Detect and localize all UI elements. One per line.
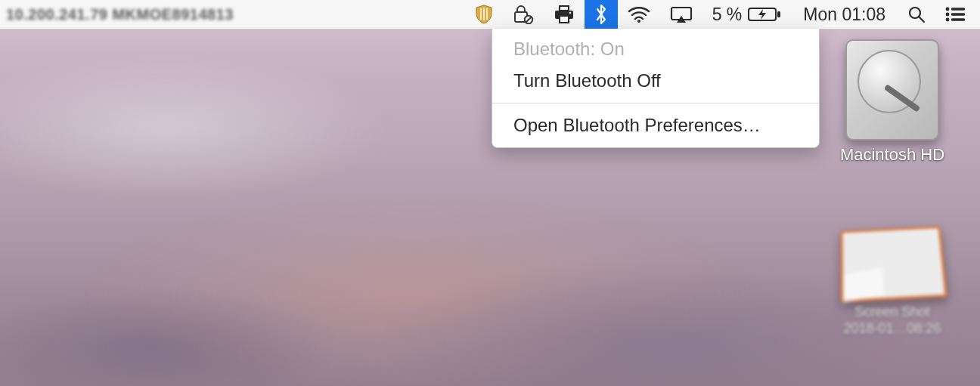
svg-point-13 [946, 8, 950, 11]
bluetooth-icon[interactable] [585, 0, 618, 29]
desktop-icon-macintosh-hd[interactable]: Macintosh HD [832, 39, 953, 165]
svg-rect-16 [951, 13, 965, 16]
svg-point-6 [569, 12, 571, 14]
bluetooth-status-label: Bluetooth: On [492, 33, 819, 65]
svg-rect-10 [777, 11, 780, 17]
desktop-icon-label: Macintosh HD [832, 145, 953, 165]
menubar: 10.200.241.79 MKMOE8914813 [0, 0, 980, 29]
battery-status[interactable]: 5 % [702, 0, 792, 29]
screenshot-thumbnail-icon [841, 226, 947, 302]
svg-point-7 [637, 20, 640, 23]
hard-drive-icon [845, 39, 939, 141]
decorative-cloud [0, 53, 393, 204]
printer-icon[interactable] [544, 0, 585, 29]
battery-charging-icon [748, 7, 781, 22]
desktop-icon-label: Screen Shot 2018-01…08:26 [832, 304, 953, 337]
menubar-left-text: 10.200.241.79 MKMOE8914813 [0, 6, 234, 23]
svg-rect-18 [951, 18, 965, 21]
svg-point-15 [946, 13, 950, 17]
svg-rect-3 [560, 6, 569, 11]
menubar-right: 5 % Mon 01:08 [465, 0, 980, 29]
bluetooth-menu-dropdown: Bluetooth: On Turn Bluetooth Off Open Bl… [492, 29, 820, 148]
svg-point-17 [946, 18, 950, 22]
shield-icon[interactable] [465, 0, 503, 29]
wifi-icon[interactable] [618, 0, 660, 29]
menu-separator [492, 103, 819, 103]
svg-rect-5 [560, 16, 569, 23]
svg-rect-14 [951, 8, 965, 11]
turn-bluetooth-off-item[interactable]: Turn Bluetooth Off [492, 65, 819, 97]
spotlight-search-icon[interactable] [898, 0, 935, 29]
desktop-icon-screenshot[interactable]: Screen Shot 2018-01…08:26 [832, 227, 953, 337]
airplay-icon[interactable] [660, 0, 702, 29]
lock-blocked-icon[interactable] [503, 0, 544, 29]
desktop-background[interactable]: 10.200.241.79 MKMOE8914813 [0, 0, 980, 386]
notification-center-icon[interactable] [935, 0, 980, 29]
open-bluetooth-preferences-item[interactable]: Open Bluetooth Preferences… [492, 110, 819, 141]
clock-text: Mon 01:08 [803, 5, 885, 25]
menubar-clock[interactable]: Mon 01:08 [791, 0, 898, 29]
svg-line-12 [919, 17, 924, 22]
battery-percent-text: 5 % [712, 5, 743, 25]
